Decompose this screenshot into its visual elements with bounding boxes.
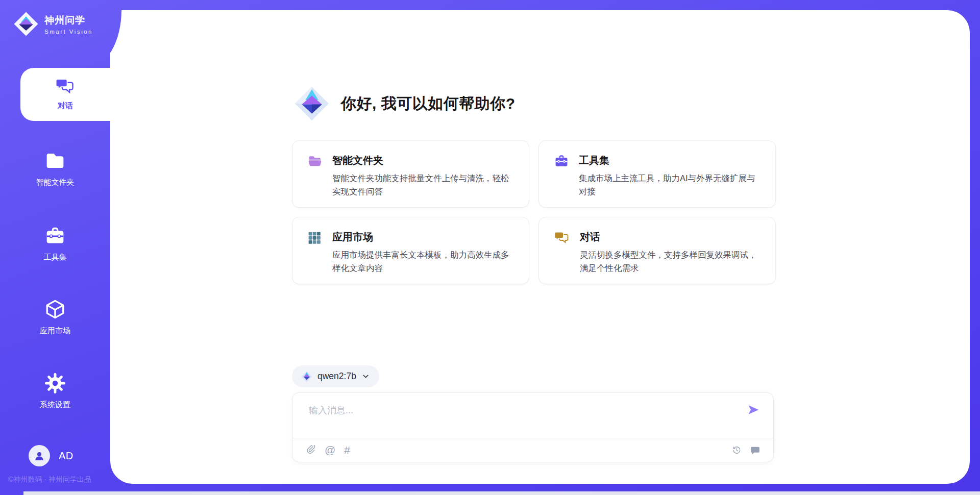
main-panel: 你好, 我可以如何帮助你? 智能文件夹 智能文件夹功能支持批量文件上传与清洗，轻… [110,10,970,484]
sidebar-item-chat[interactable]: 对话 [20,68,110,121]
sidebar-item-label: 对话 [58,101,73,111]
sidebar-item-app-market[interactable]: 应用市场 [0,299,110,336]
card-title: 智能文件夹 [332,154,514,167]
card-title: 应用市场 [332,230,514,244]
card-description: 应用市场提供丰富长文本模板，助力高效生成多样化文章内容 [332,249,514,275]
chevron-down-icon [361,372,370,381]
new-conversation-button[interactable] [750,445,760,455]
feature-cards: 智能文件夹 智能文件夹功能支持批量文件上传与清洗，轻松实现文件问答 工具集 [292,140,776,284]
card-title: 工具集 [579,154,761,167]
grid-icon [308,230,322,284]
brand: 神州问学 Smart Vision [13,11,93,37]
history-icon [731,445,742,455]
window-bottom-edge [23,491,980,495]
brand-logo-icon [13,11,39,37]
send-button[interactable] [747,403,760,418]
card-description: 灵活切换多模型文件，支持多样回复效果调试，满足个性化需求 [580,249,761,275]
model-logo-icon [301,371,312,382]
person-icon [33,449,46,462]
hash-icon: # [344,444,350,456]
at-icon: @ [325,444,335,456]
history-button[interactable] [731,445,742,455]
sidebar-item-label: 工具集 [44,253,67,262]
chat-bubbles-icon [56,77,75,97]
card-description: 集成市场上主流工具，助力AI与外界无缝扩展与对接 [579,172,761,198]
model-selector[interactable]: qwen2:7b [292,365,379,387]
cube-icon [44,299,66,319]
card-app-market[interactable]: 应用市场 应用市场提供丰富长文本模板，助力高效生成多样化文章内容 [292,217,529,284]
comment-icon [750,445,760,455]
user-name: AD [59,450,74,462]
message-composer: @ # [292,392,774,462]
toolbox-icon [554,154,569,207]
user-profile[interactable]: AD [29,445,74,466]
card-toolset[interactable]: 工具集 集成市场上主流工具，助力AI与外界无缝扩展与对接 [538,140,776,208]
card-title: 对话 [580,230,761,244]
brand-subtitle: Smart Vision [44,29,93,35]
sidebar-item-label: 系统设置 [40,400,70,410]
greeting-text: 你好, 我可以如何帮助你? [341,93,516,114]
paperclip-icon [306,445,316,455]
gear-icon [44,373,66,393]
greeting-block: 你好, 我可以如何帮助你? [294,86,776,121]
copyright-footer: ©神州数码 · 神州问学出品 [8,475,91,484]
avatar [29,445,50,466]
toolbox-icon [45,226,65,246]
sidebar-item-label: 智能文件夹 [36,178,75,187]
sidebar-item-settings[interactable]: 系统设置 [0,373,110,410]
card-description: 智能文件夹功能支持批量文件上传与清洗，轻松实现文件问答 [332,172,514,198]
sidebar-item-smart-folder[interactable]: 智能文件夹 [0,151,110,187]
send-icon [747,403,760,416]
app-logo-icon [294,86,330,121]
brand-name: 神州问学 [44,14,93,27]
folder-icon [45,151,65,171]
chat-icon [554,230,570,284]
topic-button[interactable]: # [344,444,350,456]
card-smart-folder[interactable]: 智能文件夹 智能文件夹功能支持批量文件上传与清洗，轻松实现文件问答 [292,140,529,208]
folder-icon [308,154,322,207]
card-chat[interactable]: 对话 灵活切换多模型文件，支持多样回复效果调试，满足个性化需求 [538,217,776,284]
attach-file-button[interactable] [306,445,316,455]
sidebar-item-label: 应用市场 [40,326,70,336]
message-input[interactable] [292,393,773,426]
chat-home: 你好, 我可以如何帮助你? 智能文件夹 智能文件夹功能支持批量文件上传与清洗，轻… [292,86,776,462]
model-name: qwen2:7b [317,371,356,382]
sidebar-item-toolset[interactable]: 工具集 [0,226,110,262]
mention-button[interactable]: @ [325,444,335,456]
